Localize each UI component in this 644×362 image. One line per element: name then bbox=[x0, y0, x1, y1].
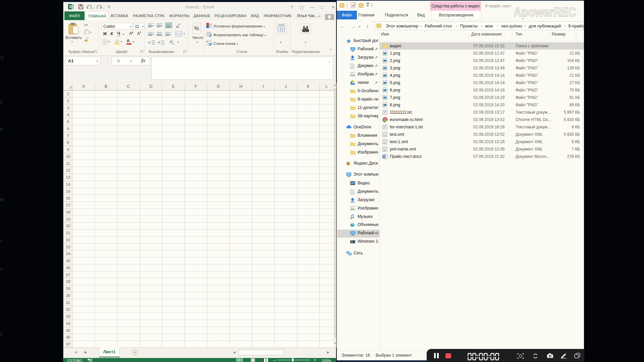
svg-text:ab: ab bbox=[176, 25, 179, 28]
svg-text:W: W bbox=[383, 155, 385, 158]
svg-text:X: X bbox=[69, 5, 71, 9]
svg-text:ab: ab bbox=[169, 40, 173, 43]
